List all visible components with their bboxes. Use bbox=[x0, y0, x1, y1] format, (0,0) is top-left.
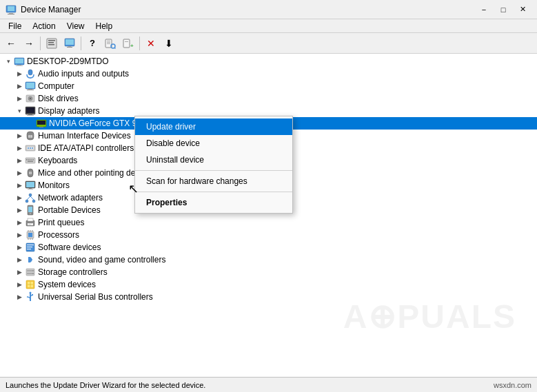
sound-expand[interactable]: ▶ bbox=[14, 254, 25, 265]
ctx-sep-2 bbox=[135, 192, 292, 192]
processors-icon bbox=[25, 229, 36, 240]
toolbar-download[interactable]: ⬇ bbox=[161, 35, 177, 52]
toolbar-update[interactable] bbox=[61, 35, 78, 52]
maximize-button[interactable]: □ bbox=[494, 3, 512, 17]
close-button[interactable]: ✕ bbox=[514, 3, 531, 17]
svg-rect-18 bbox=[123, 39, 130, 48]
keyboards-label: Keyboards bbox=[38, 156, 77, 165]
title-bar-text: Device Manager bbox=[21, 5, 475, 14]
menu-help[interactable]: Help bbox=[90, 20, 119, 32]
tree-item-audio[interactable]: ▶ Audio inputs and outputs bbox=[0, 68, 537, 80]
tree-item-storage[interactable]: ▶ Storage controllers bbox=[0, 266, 537, 278]
svg-rect-3 bbox=[8, 14, 14, 14]
processors-label: Processors bbox=[38, 230, 79, 240]
nvidia-icon bbox=[36, 118, 47, 129]
tree-item-system[interactable]: ▶ System devices bbox=[0, 278, 537, 291]
svg-rect-19 bbox=[125, 41, 128, 42]
computer-expand[interactable]: ▶ bbox=[14, 81, 25, 92]
svg-rect-49 bbox=[26, 158, 35, 163]
ctx-properties[interactable]: Properties bbox=[135, 194, 292, 211]
minimize-button[interactable]: − bbox=[475, 3, 493, 17]
svg-rect-24 bbox=[16, 65, 23, 66]
svg-rect-72 bbox=[28, 223, 33, 225]
menu-action[interactable]: Action bbox=[27, 20, 61, 32]
svg-point-48 bbox=[32, 147, 33, 149]
toolbar-back[interactable]: ← bbox=[3, 35, 19, 52]
svg-rect-60 bbox=[29, 188, 32, 189]
disk-label: Disk drives bbox=[38, 94, 79, 103]
svg-point-64 bbox=[32, 200, 35, 203]
menu-file[interactable]: File bbox=[3, 20, 27, 32]
display-expand[interactable]: ▾ bbox=[14, 105, 25, 116]
menu-view[interactable]: View bbox=[61, 20, 90, 32]
ctx-uninstall-device[interactable]: Uninstall device bbox=[135, 152, 292, 168]
storage-expand[interactable]: ▶ bbox=[14, 267, 25, 278]
tree-item-sound[interactable]: ▶ Sound, video and game controllers bbox=[0, 254, 537, 266]
ide-expand[interactable]: ▶ bbox=[14, 143, 25, 154]
printq-expand[interactable]: ▶ bbox=[14, 217, 25, 228]
network-label: Network adapters bbox=[38, 193, 103, 203]
root-expand[interactable]: ▾ bbox=[3, 56, 14, 67]
svg-rect-7 bbox=[48, 44, 54, 45]
toolbar-forward[interactable]: → bbox=[21, 35, 37, 52]
toolbar-sep-3 bbox=[139, 37, 140, 50]
monitors-expand[interactable]: ▶ bbox=[14, 180, 25, 191]
svg-point-62 bbox=[29, 194, 32, 196]
mice-expand[interactable]: ▶ bbox=[14, 167, 25, 178]
svg-rect-1 bbox=[8, 6, 14, 11]
tree-item-computer[interactable]: ▶ Computer bbox=[0, 80, 537, 92]
svg-point-47 bbox=[30, 147, 31, 149]
tree-root[interactable]: ▾ DESKTOP-2D9MTDO bbox=[0, 55, 537, 68]
toolbar-remove[interactable]: ✕ bbox=[143, 35, 159, 52]
toolbar-add[interactable]: + bbox=[120, 35, 136, 52]
toolbar-properties[interactable] bbox=[43, 35, 60, 52]
tree-view[interactable]: ▾ DESKTOP-2D9MTDO ▶ bbox=[0, 54, 537, 377]
tree-item-disk[interactable]: ▶ Disk drives bbox=[0, 92, 537, 105]
computer-icon bbox=[25, 81, 36, 92]
network-expand[interactable]: ▶ bbox=[14, 192, 25, 203]
toolbar-help[interactable]: ? bbox=[84, 35, 101, 52]
audio-expand[interactable]: ▶ bbox=[14, 68, 25, 79]
tree-item-usb[interactable]: ▶ Universal Serial Bus controllers bbox=[0, 291, 537, 303]
svg-rect-39 bbox=[37, 121, 45, 125]
svg-rect-59 bbox=[26, 182, 34, 187]
tree-item-software[interactable]: ▶ Software devices bbox=[0, 241, 537, 254]
svg-rect-37 bbox=[27, 115, 34, 116]
ctx-disable-device[interactable]: Disable device bbox=[135, 135, 292, 152]
system-label: System devices bbox=[38, 280, 96, 289]
svg-rect-35 bbox=[26, 107, 34, 113]
processors-expand[interactable]: ▶ bbox=[14, 229, 25, 240]
monitors-label: Monitors bbox=[38, 180, 70, 190]
svg-rect-51 bbox=[28, 159, 30, 161]
svg-point-102 bbox=[27, 296, 28, 298]
svg-text:+: + bbox=[130, 43, 134, 49]
tree-item-printq[interactable]: ▶ Print queues bbox=[0, 216, 537, 229]
portable-label: Portable Devices bbox=[38, 205, 101, 215]
svg-rect-36 bbox=[28, 114, 32, 115]
status-text: Launches the Update Driver Wizard for th… bbox=[6, 381, 494, 389]
software-expand[interactable]: ▶ bbox=[14, 242, 25, 253]
portable-expand[interactable]: ▶ bbox=[14, 205, 25, 216]
hid-icon bbox=[25, 130, 36, 141]
system-expand[interactable]: ▶ bbox=[14, 279, 25, 290]
disk-icon bbox=[25, 93, 36, 104]
display-icon bbox=[25, 105, 36, 116]
toolbar-scan[interactable] bbox=[102, 35, 119, 52]
context-menu: Update driver Disable device Uninstall d… bbox=[134, 116, 293, 214]
svg-point-92 bbox=[32, 273, 34, 274]
disk-expand[interactable]: ▶ bbox=[14, 93, 25, 104]
keyboards-expand[interactable]: ▶ bbox=[14, 155, 25, 166]
portable-icon bbox=[25, 205, 36, 216]
svg-rect-15 bbox=[107, 43, 110, 44]
hid-expand[interactable]: ▶ bbox=[14, 130, 25, 141]
svg-rect-52 bbox=[30, 159, 32, 161]
usb-label: Universal Serial Bus controllers bbox=[38, 292, 153, 302]
ctx-scan-hardware[interactable]: Scan for hardware changes bbox=[135, 173, 292, 189]
usb-expand[interactable]: ▶ bbox=[14, 291, 25, 302]
svg-point-46 bbox=[28, 147, 29, 149]
ctx-update-driver[interactable]: Update driver bbox=[135, 118, 292, 135]
nvidia-expand bbox=[25, 118, 36, 129]
svg-rect-61 bbox=[28, 189, 33, 189]
tree-item-processors[interactable]: ▶ Processors bbox=[0, 229, 537, 241]
svg-rect-22 bbox=[15, 59, 23, 63]
